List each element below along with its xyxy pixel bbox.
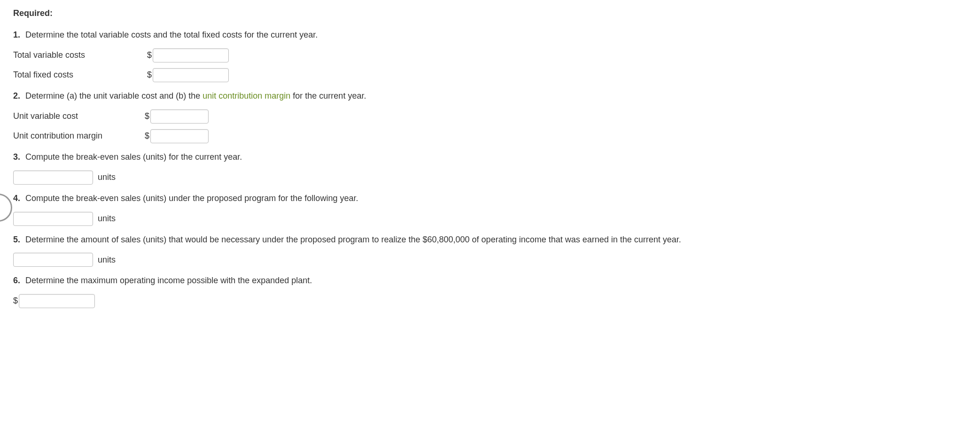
q5-input-sales-units[interactable] <box>13 253 93 267</box>
dollar-prefix: $ <box>147 49 152 62</box>
q1-label-total-fixed-costs: Total fixed costs <box>13 69 147 82</box>
q6-input-max-operating-income[interactable] <box>19 294 95 308</box>
q3-input-breakeven-units[interactable] <box>13 170 93 185</box>
dollar-prefix: $ <box>145 110 149 123</box>
q6-answer-row: $ <box>13 294 967 308</box>
dollar-prefix: $ <box>13 294 18 308</box>
q2-row-unit-contribution-margin: Unit contribution margin $ <box>13 129 967 143</box>
question-6-text: Determine the maximum operating income p… <box>25 276 312 285</box>
unit-contribution-margin-link[interactable]: unit contribution margin <box>202 91 290 101</box>
question-4-text: Compute the break-even sales (units) und… <box>25 194 358 203</box>
question-4: 4. Compute the break-even sales (units) … <box>13 192 967 205</box>
question-1-text: Determine the total variable costs and t… <box>25 30 318 39</box>
q2-label-unit-variable-cost: Unit variable cost <box>13 110 145 123</box>
decorative-edge-circle <box>0 194 12 222</box>
q1-input-total-fixed-costs[interactable] <box>153 68 229 82</box>
question-5-number: 5. <box>13 235 20 244</box>
question-2-number: 2. <box>13 91 20 101</box>
q4-input-breakeven-units[interactable] <box>13 212 93 226</box>
question-2-text-post: for the current year. <box>290 91 366 101</box>
q2-label-unit-contribution-margin: Unit contribution margin <box>13 130 145 143</box>
question-6-number: 6. <box>13 276 20 285</box>
question-4-number: 4. <box>13 194 20 203</box>
question-5: 5. Determine the amount of sales (units)… <box>13 233 967 247</box>
q5-answer-row: units <box>13 253 967 267</box>
q1-label-total-variable-costs: Total variable costs <box>13 49 147 62</box>
q3-units-suffix: units <box>98 171 116 184</box>
q4-answer-row: units <box>13 212 967 226</box>
question-5-text: Determine the amount of sales (units) th… <box>25 235 681 244</box>
q1-input-total-variable-costs[interactable] <box>153 48 229 62</box>
q1-row-total-variable-costs: Total variable costs $ <box>13 48 967 62</box>
question-6: 6. Determine the maximum operating incom… <box>13 274 967 287</box>
q2-input-unit-variable-cost[interactable] <box>150 109 209 124</box>
dollar-prefix: $ <box>147 69 152 82</box>
question-3-text: Compute the break-even sales (units) for… <box>25 152 242 162</box>
question-1: 1. Determine the total variable costs an… <box>13 29 967 42</box>
q5-units-suffix: units <box>98 254 116 267</box>
q2-row-unit-variable-cost: Unit variable cost $ <box>13 109 967 124</box>
question-1-number: 1. <box>13 30 20 39</box>
dollar-prefix: $ <box>145 130 149 143</box>
question-3: 3. Compute the break-even sales (units) … <box>13 151 967 164</box>
question-3-number: 3. <box>13 152 20 162</box>
question-2: 2. Determine (a) the unit variable cost … <box>13 90 967 103</box>
q1-row-total-fixed-costs: Total fixed costs $ <box>13 68 967 82</box>
q4-units-suffix: units <box>98 212 116 225</box>
question-2-text-pre: Determine (a) the unit variable cost and… <box>25 91 202 101</box>
q2-input-unit-contribution-margin[interactable] <box>150 129 209 143</box>
q3-answer-row: units <box>13 170 967 185</box>
required-heading: Required: <box>13 8 967 18</box>
